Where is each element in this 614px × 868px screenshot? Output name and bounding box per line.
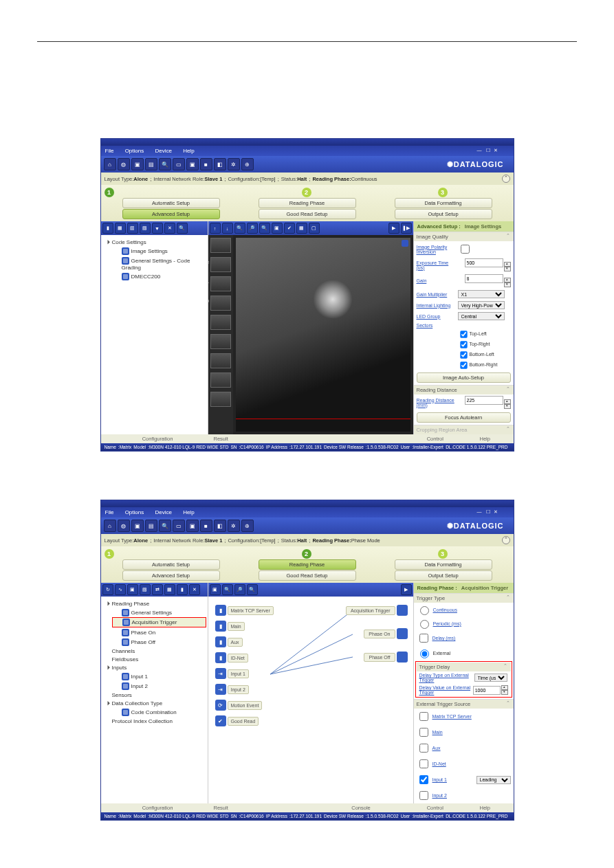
ets-main-label[interactable]: Main — [432, 730, 443, 735]
menu-device[interactable]: Device — [155, 509, 171, 515]
save-icon[interactable]: ▣ — [131, 520, 144, 532]
reading-phase-button[interactable]: Reading Phase — [259, 559, 356, 570]
menu-help[interactable]: Help — [183, 148, 194, 154]
exposure-input[interactable] — [465, 258, 503, 267]
tree-sensors[interactable]: Sensors — [102, 691, 206, 699]
continuous-label[interactable]: Continuous — [433, 608, 457, 612]
dtype-label[interactable]: Delay Type on External Trigger — [419, 673, 474, 682]
grid-icon[interactable]: ▦ — [164, 584, 175, 595]
polarity-label[interactable]: Image Polarity Inversion — [417, 245, 458, 254]
external-label[interactable]: External — [433, 651, 451, 656]
thumbnail[interactable]: 5 — [210, 392, 231, 407]
menu-options[interactable]: Options — [125, 509, 144, 515]
zoom-fit-icon[interactable]: 🔍 — [247, 584, 258, 595]
section-image-quality[interactable]: Image Quality — [414, 232, 514, 241]
target-acq-trigger[interactable]: Acquisition Trigger — [346, 605, 408, 616]
thumbnail[interactable] — [210, 238, 231, 253]
link-icon[interactable]: ◧ — [214, 520, 226, 532]
refresh-icon[interactable]: ↻ — [102, 584, 113, 595]
control-tab[interactable]: Control — [410, 436, 461, 442]
intlight-label[interactable]: Internal Lighting — [417, 303, 458, 308]
image-icon[interactable]: ▧ — [140, 223, 151, 234]
zoom-out-icon[interactable]: 🔎 — [247, 223, 258, 234]
advanced-setup-button[interactable]: Advanced Setup — [122, 570, 220, 581]
reading-phase-button[interactable]: Reading Phase — [259, 198, 356, 208]
tl-checkbox[interactable] — [460, 331, 467, 337]
zoom-in-icon[interactable]: 🔍 — [222, 584, 233, 595]
control-tab[interactable]: Control — [410, 805, 461, 811]
web-icon[interactable]: ◍ — [118, 520, 130, 532]
node-input1[interactable]: ⇥Input 1 — [215, 668, 249, 679]
rdist-input[interactable] — [465, 396, 503, 405]
dtype-select[interactable]: Time (us) — [474, 674, 507, 682]
home-icon[interactable]: ⌂ — [104, 158, 116, 170]
play-icon[interactable]: ▶ — [388, 223, 399, 234]
data-formatting-button[interactable]: Data Formatting — [395, 198, 492, 208]
ets-idnet-label[interactable]: ID-Net — [432, 761, 446, 766]
check-icon[interactable]: ✔ — [284, 223, 295, 234]
tree-channels[interactable]: Channels — [102, 647, 206, 655]
tree-general-settings[interactable]: General Settings - Code Grading — [102, 256, 206, 271]
thumbnail[interactable]: 6 — [210, 372, 231, 388]
sectors-label[interactable]: Sectors — [417, 323, 458, 328]
live-image[interactable] — [236, 238, 410, 432]
tree-input2[interactable]: Input 2 — [102, 681, 206, 691]
crop-icon[interactable]: ▣ — [272, 223, 283, 234]
target-icon[interactable]: ⊕ — [241, 158, 254, 170]
tree-dct[interactable]: Data Collection Type — [102, 699, 206, 707]
external-radio[interactable] — [420, 649, 429, 658]
ets-in1-checkbox[interactable] — [419, 775, 428, 784]
node-main[interactable]: ▮Main — [215, 621, 245, 632]
record-icon[interactable]: ■ — [200, 520, 212, 532]
image-icon[interactable]: ▧ — [140, 584, 151, 595]
record-icon[interactable]: ■ — [200, 158, 212, 170]
image-auto-setup-button[interactable]: Image Auto-Setup — [417, 372, 511, 383]
node-motion[interactable]: ⟳Motion Event — [215, 700, 263, 711]
output-setup-button[interactable]: Output Setup — [395, 570, 492, 581]
monitor-icon[interactable]: ▭ — [173, 520, 185, 532]
node-aux[interactable]: ▮Aux — [215, 636, 243, 647]
console-tab[interactable]: Console — [312, 805, 410, 811]
node-tcp[interactable]: ▮Matrix TCP Server — [215, 605, 274, 616]
tree-image-settings[interactable]: Image Settings — [102, 246, 206, 256]
thumbnail[interactable]: 8 — [210, 334, 231, 349]
tree-acquisition-trigger[interactable]: Acquisition Trigger — [112, 617, 206, 627]
periodic-label[interactable]: Periodic (ms) — [433, 621, 461, 626]
search-icon[interactable]: 🔍 — [159, 158, 171, 170]
ets-tcp-checkbox[interactable] — [419, 712, 428, 721]
node-input2[interactable]: ⇥Input 2 — [215, 684, 249, 695]
node-goodread[interactable]: ✔Good Read — [215, 715, 259, 726]
good-read-setup-button[interactable]: Good Read Setup — [259, 209, 356, 219]
automatic-setup-button[interactable]: Automatic Setup — [122, 559, 220, 570]
zoom-fit-icon[interactable]: 🔍 — [259, 223, 270, 234]
tree-input1[interactable]: Input 1 — [102, 671, 206, 681]
tree-pic[interactable]: Protocol Index Collection — [102, 717, 206, 725]
intlight-select[interactable]: Very High-Power Strobed — [458, 301, 505, 309]
settings-icon[interactable]: ✲ — [228, 520, 240, 532]
configuration-tab[interactable]: Configuration — [105, 436, 211, 442]
tree-inputs[interactable]: Inputs — [102, 663, 206, 671]
ets-aux-label[interactable]: Aux — [432, 746, 441, 750]
filter-icon[interactable]: ▼ — [152, 223, 163, 234]
tree-phase-off[interactable]: Phase Off — [102, 637, 206, 647]
ets-in2-label[interactable]: Input 2 — [432, 793, 447, 798]
dval-input[interactable] — [473, 686, 501, 695]
delete-icon[interactable]: ✕ — [164, 223, 175, 234]
polarity-checkbox[interactable] — [461, 245, 470, 254]
window-controls-icon[interactable]: — ☐ ✕ — [477, 509, 500, 515]
doc-icon[interactable]: ▤ — [145, 520, 157, 532]
help-tab[interactable]: Help — [460, 436, 510, 442]
periodic-radio[interactable] — [420, 620, 429, 629]
link-icon[interactable]: ⇄ — [152, 584, 163, 595]
next-icon[interactable]: ❚▶ — [401, 223, 412, 234]
tree-code-settings[interactable]: Code Settings — [102, 238, 206, 246]
zoom-out-icon[interactable]: 🔎 — [234, 584, 245, 595]
barcode-icon[interactable]: ▮ — [177, 584, 188, 595]
help-tab[interactable]: Help — [460, 805, 510, 811]
data-formatting-button[interactable]: Data Formatting — [395, 559, 492, 570]
ets-in1-select[interactable]: Leading — [476, 776, 511, 784]
tree-reading-phase[interactable]: Reading Phase — [102, 599, 206, 608]
section-trigger-type[interactable]: Trigger Type — [414, 594, 514, 603]
section-ets[interactable]: External Trigger Source — [414, 700, 514, 709]
collapse-icon[interactable]: ⌃ — [502, 536, 510, 544]
